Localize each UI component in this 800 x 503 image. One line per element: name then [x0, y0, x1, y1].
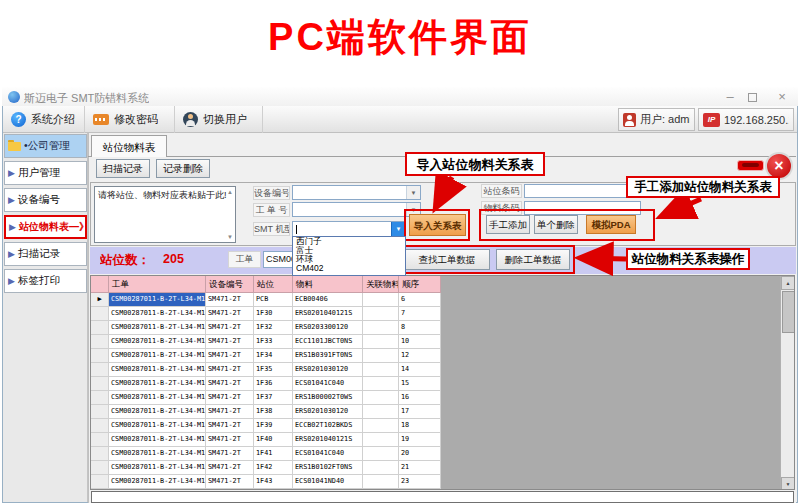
cell-device[interactable]: SM471-2T	[206, 321, 254, 335]
table-row[interactable]: CSM00287011-B-2T-L34-M1SM471-2T1F39ECCB0…	[91, 419, 794, 433]
cell-sequence[interactable]: 19	[399, 433, 441, 447]
cell-material[interactable]: ECS01041C040	[293, 377, 363, 391]
table-row[interactable]: CSM00287011-B-2T-L34-M1SM471-2T1F43ECS01…	[91, 475, 794, 489]
header-workorder[interactable]: 工单	[109, 276, 206, 293]
cell-sequence[interactable]: 10	[399, 335, 441, 349]
row-selector[interactable]	[91, 307, 109, 321]
cell-material[interactable]: ECC1101JBCT0NS	[293, 335, 363, 349]
cell-linked-material[interactable]	[363, 419, 399, 433]
switch-user-button[interactable]: 切换用户	[175, 106, 263, 133]
cell-sequence[interactable]: 12	[399, 349, 441, 363]
row-selector[interactable]	[91, 461, 109, 475]
scan-record-button[interactable]: 扫描记录	[96, 159, 150, 178]
header-device[interactable]: 设备编号	[206, 276, 254, 293]
vertical-scrollbar[interactable]: ▲ ▼	[780, 276, 795, 490]
cell-linked-material[interactable]	[363, 433, 399, 447]
cell-station[interactable]: 1F40	[254, 433, 293, 447]
row-selector[interactable]	[91, 433, 109, 447]
tab-station-material[interactable]: 站位物料表	[91, 135, 167, 157]
sidebar-item-users[interactable]: ▶ 用户管理	[4, 161, 87, 185]
cell-sequence[interactable]: 20	[399, 447, 441, 461]
cell-sequence[interactable]: 16	[399, 391, 441, 405]
cell-station[interactable]: 1F34	[254, 349, 293, 363]
cell-device[interactable]: SM471-2T	[206, 433, 254, 447]
cell-workorder[interactable]: CSM00287011-B-2T-L34-M1	[109, 391, 206, 405]
cell-sequence[interactable]: 7	[399, 307, 441, 321]
header-linked-material[interactable]: 关联物料	[363, 276, 399, 293]
cell-linked-material[interactable]	[363, 391, 399, 405]
cell-material[interactable]: ERS0201030120	[293, 363, 363, 377]
paste-textarea[interactable]: 请将站位、物料对应表粘贴于此! ▲ ▼	[94, 186, 236, 243]
dropdown-option[interactable]: CM402	[293, 264, 405, 273]
cell-material[interactable]: ECS01041C040	[293, 447, 363, 461]
row-selector[interactable]	[91, 447, 109, 461]
table-row[interactable]: CSM00287011-B-2T-L34-M1SM471-2TPCBECB004…	[91, 293, 794, 307]
cell-material[interactable]: ECCB02T102BKDS	[293, 419, 363, 433]
row-selector[interactable]	[91, 377, 109, 391]
cell-device[interactable]: SM471-2T	[206, 349, 254, 363]
cell-material[interactable]: ERS0203300120	[293, 321, 363, 335]
cell-device[interactable]: SM471-2T	[206, 405, 254, 419]
cell-linked-material[interactable]	[363, 447, 399, 461]
cell-workorder[interactable]: CSM00287011-B-2T-L34-M1	[109, 307, 206, 321]
cell-station[interactable]: 1F38	[254, 405, 293, 419]
row-selector[interactable]	[91, 293, 109, 307]
close-button[interactable]: ×	[774, 89, 790, 104]
cell-station[interactable]: 1F43	[254, 475, 293, 489]
smt-model-combo[interactable]: ▼	[292, 221, 406, 237]
table-row[interactable]: CSM00287011-B-2T-L34-M1SM471-2T1F33ECC11…	[91, 335, 794, 349]
dropdown-option[interactable]: 富士	[293, 246, 405, 255]
header-station[interactable]: 站位	[254, 276, 293, 293]
cell-material[interactable]: ECB00406	[293, 293, 363, 307]
cell-device[interactable]: SM471-2T	[206, 307, 254, 321]
cell-device[interactable]: SM471-2T	[206, 335, 254, 349]
cell-linked-material[interactable]	[363, 475, 399, 489]
cell-material[interactable]: ERS1B00002T0WS	[293, 391, 363, 405]
cell-device[interactable]: SM471-2T	[206, 293, 254, 307]
cell-workorder[interactable]: CSM00287011-B-2T-L34-M1	[109, 433, 206, 447]
cell-material[interactable]: ECS01041ND40	[293, 475, 363, 489]
cell-station[interactable]: 1F37	[254, 391, 293, 405]
cell-workorder[interactable]: CSM00287011-B-2T-L34-M1	[109, 475, 206, 489]
scroll-down-icon[interactable]: ▼	[226, 234, 234, 240]
cell-workorder[interactable]: CSM00287011-B-2T-L34-M1	[109, 405, 206, 419]
cell-sequence[interactable]: 14	[399, 363, 441, 377]
sidebar-item-scan-record[interactable]: ▶ 扫描记录	[4, 242, 87, 266]
table-row[interactable]: CSM00287011-B-2T-L34-M1SM471-2T1F36ECS01…	[91, 377, 794, 391]
row-selector[interactable]	[91, 391, 109, 405]
cell-device[interactable]: SM471-2T	[206, 475, 254, 489]
cell-linked-material[interactable]	[363, 307, 399, 321]
row-selector[interactable]	[91, 335, 109, 349]
cell-linked-material[interactable]	[363, 321, 399, 335]
row-selector[interactable]	[91, 349, 109, 363]
cell-station[interactable]: 1F41	[254, 447, 293, 461]
cell-sequence[interactable]: 17	[399, 405, 441, 419]
device-number-combo[interactable]: ▼	[292, 185, 421, 200]
cell-material[interactable]: ERS0201040121S	[293, 433, 363, 447]
table-row[interactable]: CSM00287011-B-2T-L34-M1SM471-2T1F40ERS02…	[91, 433, 794, 447]
cell-workorder[interactable]: CSM00287011-B-2T-L34-M1	[109, 363, 206, 377]
cell-sequence[interactable]: 8	[399, 321, 441, 335]
maximize-button[interactable]	[748, 93, 757, 102]
cell-linked-material[interactable]	[363, 293, 399, 307]
cell-station[interactable]: 1F35	[254, 363, 293, 377]
cell-workorder[interactable]: CSM00287011-B-2T-L34-M1	[109, 377, 206, 391]
table-row[interactable]: CSM00287011-B-2T-L34-M1SM471-2T1F38ERS02…	[91, 405, 794, 419]
header-selector[interactable]	[91, 276, 109, 293]
cell-station[interactable]: 1F32	[254, 321, 293, 335]
cell-material[interactable]: ERS1B0391FT0NS	[293, 349, 363, 363]
sidebar-item-device[interactable]: ▶ 设备编号	[4, 188, 87, 212]
cell-station[interactable]: 1F39	[254, 419, 293, 433]
cell-linked-material[interactable]	[363, 405, 399, 419]
cell-workorder[interactable]: CSM00287011-B-2T-L34-M1	[109, 349, 206, 363]
workorder-number-combo[interactable]: ▼	[292, 202, 421, 217]
cell-station[interactable]: 1F30	[254, 307, 293, 321]
row-selector[interactable]	[91, 475, 109, 489]
cell-linked-material[interactable]	[363, 461, 399, 475]
chevron-down-icon[interactable]: ▼	[391, 222, 405, 236]
station-barcode-input[interactable]	[524, 184, 641, 198]
cell-material[interactable]: ERS0201040121S	[293, 307, 363, 321]
cell-device[interactable]: SM471-2T	[206, 391, 254, 405]
sidebar-item-company[interactable]: •公司管理	[4, 134, 87, 158]
cell-station[interactable]: 1F42	[254, 461, 293, 475]
